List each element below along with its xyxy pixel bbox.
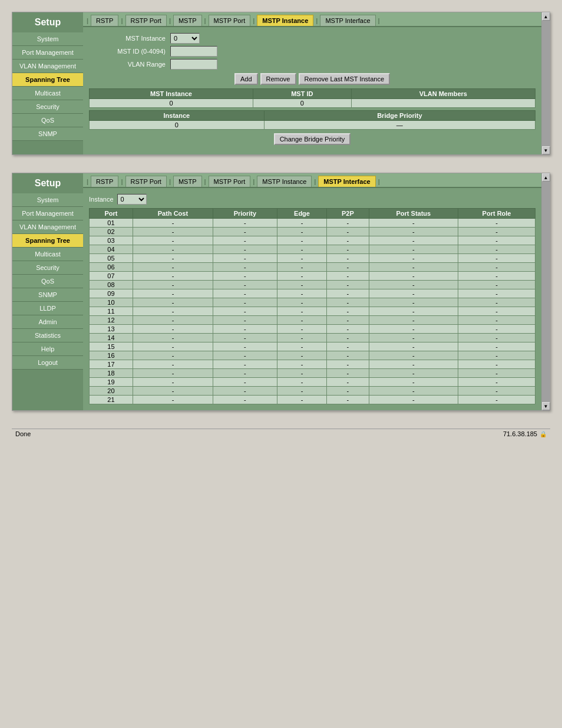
table-cell: - <box>369 219 458 228</box>
content-area-1: | RSTP | RSTP Port | MSTP | MSTP Port | … <box>83 12 541 154</box>
tab-rstp-port-2[interactable]: RSTP Port <box>125 176 167 187</box>
table-cell: - <box>213 387 277 396</box>
th-vlan-members: VLAN Members <box>351 89 535 99</box>
vlan-range-row: VLAN Range <box>89 59 535 70</box>
sep4: | <box>203 17 207 24</box>
table-cell: - <box>369 325 458 334</box>
tab-rstp-2[interactable]: RSTP <box>91 176 118 187</box>
cell-mst-id: 0 <box>253 99 351 108</box>
status-bar: Done 71.6.38.185 <box>12 429 550 439</box>
sidebar-item-lldp-2[interactable]: LLDP <box>12 302 83 315</box>
tab-mstp-2[interactable]: MSTP <box>173 176 202 187</box>
table-cell: - <box>458 396 535 404</box>
tab-mstp-instance-1[interactable]: MSTP Instance <box>257 15 313 26</box>
table-cell: - <box>213 351 277 360</box>
change-bridge-priority-button[interactable]: Change Bridge Priority <box>274 133 351 145</box>
tab-rstp-port-1[interactable]: RSTP Port <box>125 15 167 26</box>
vlan-range-input[interactable] <box>170 59 217 70</box>
sidebar-item-vlan-mgmt-1[interactable]: VLAN Management <box>12 60 83 73</box>
tab-rstp-1[interactable]: RSTP <box>91 15 118 26</box>
sidebar-item-logout-2[interactable]: Logout <box>12 356 83 370</box>
table-cell: - <box>327 316 369 325</box>
table-cell: 10 <box>90 298 133 307</box>
tab-mstp-instance-2[interactable]: MSTP Instance <box>257 176 312 187</box>
mst-id-input[interactable] <box>170 46 217 57</box>
mst-instance-select[interactable]: 0 <box>170 33 200 44</box>
sidebar-item-security-1[interactable]: Security <box>12 100 83 114</box>
table-cell: - <box>213 378 277 387</box>
scroll-down-2[interactable]: ▼ <box>542 402 550 410</box>
sidebar-item-snmp-1[interactable]: SNMP <box>12 127 83 141</box>
tab-mstp-interface-1[interactable]: MSTP Interface <box>320 15 375 26</box>
th-mst-id: MST ID <box>253 89 351 99</box>
sidebar-item-qos-2[interactable]: QoS <box>12 275 83 288</box>
sidebar-item-port-mgmt-1[interactable]: Port Management <box>12 46 83 60</box>
sidebar-item-spanning-tree-1[interactable]: Spanning Tree <box>12 73 83 87</box>
table-cell: - <box>277 245 326 254</box>
tab-mstp-interface-2[interactable]: MSTP Interface <box>318 176 375 187</box>
table-row: 0 0 <box>90 99 535 108</box>
table-cell: 07 <box>90 272 133 281</box>
sidebar-item-system-2[interactable]: System <box>12 193 83 207</box>
sidebar-item-multicast-2[interactable]: Multicast <box>12 248 83 261</box>
table-cell: - <box>277 272 326 281</box>
table-cell: - <box>327 342 369 351</box>
table-cell: - <box>458 245 535 254</box>
sidebar-item-vlan-mgmt-2[interactable]: VLAN Management <box>12 220 83 234</box>
table-cell: - <box>133 228 213 236</box>
scroll-down-1[interactable]: ▼ <box>542 146 550 154</box>
table-cell: - <box>213 316 277 325</box>
sidebar-item-multicast-1[interactable]: Multicast <box>12 87 83 100</box>
sidebar-item-port-mgmt-2[interactable]: Port Management <box>12 207 83 220</box>
table-cell: - <box>213 342 277 351</box>
table-cell: - <box>327 325 369 334</box>
sidebar-item-spanning-tree-2[interactable]: Spanning Tree <box>12 234 83 248</box>
instance-select[interactable]: 0 <box>117 194 147 205</box>
table-cell: - <box>133 396 213 404</box>
table-cell: - <box>133 369 213 378</box>
sidebar-item-admin-2[interactable]: Admin <box>12 315 83 329</box>
th-p2p: P2P <box>327 209 369 219</box>
page-wrapper: Setup System Port Management VLAN Manage… <box>0 0 562 450</box>
table-cell: - <box>369 396 458 404</box>
table-cell: - <box>213 298 277 307</box>
sep7: | <box>377 17 381 24</box>
table-cell: - <box>458 325 535 334</box>
table-cell: - <box>213 236 277 245</box>
scroll-up-1[interactable]: ▲ <box>542 12 550 21</box>
table-cell: 03 <box>90 236 133 245</box>
tab-mstp-port-1[interactable]: MSTP Port <box>209 15 251 26</box>
sidebar-item-statistics-2[interactable]: Statistics <box>12 329 83 342</box>
sidebar-item-snmp-2[interactable]: SNMP <box>12 288 83 302</box>
sidebar-item-system-1[interactable]: System <box>12 32 83 46</box>
table-row: 08------ <box>90 281 535 289</box>
table-cell: - <box>133 307 213 316</box>
table-cell: 18 <box>90 369 133 378</box>
table-cell: - <box>213 396 277 404</box>
table-cell: - <box>277 360 326 369</box>
sidebar-item-security-2[interactable]: Security <box>12 261 83 275</box>
scroll-up-2[interactable]: ▲ <box>542 173 550 182</box>
table-cell: - <box>458 342 535 351</box>
table-cell: - <box>133 325 213 334</box>
remove-button[interactable]: Remove <box>260 73 296 85</box>
mst-instance-table: MST Instance MST ID VLAN Members 0 0 <box>89 88 535 108</box>
tab-mstp-port-2[interactable]: MSTP Port <box>209 176 251 187</box>
table-cell: - <box>327 228 369 236</box>
table-row: 13------ <box>90 325 535 334</box>
remove-last-button[interactable]: Remove Last MST Instance <box>299 73 391 85</box>
sep25: | <box>252 178 256 185</box>
sep21: | <box>85 178 90 185</box>
tab-mstp-1[interactable]: MSTP <box>173 15 202 26</box>
scrollbar-1[interactable]: ▲ ▼ <box>541 12 550 154</box>
scrollbar-2[interactable]: ▲ ▼ <box>541 173 550 410</box>
table-cell: - <box>277 334 326 342</box>
table-cell: - <box>277 236 326 245</box>
table-cell: 20 <box>90 387 133 396</box>
sidebar-item-qos-1[interactable]: QoS <box>12 114 83 127</box>
sidebar-item-help-2[interactable]: Help <box>12 342 83 356</box>
table-cell: - <box>369 281 458 289</box>
table-row: 09------ <box>90 289 535 298</box>
table-cell: - <box>369 228 458 236</box>
add-button[interactable]: Add <box>234 73 258 85</box>
